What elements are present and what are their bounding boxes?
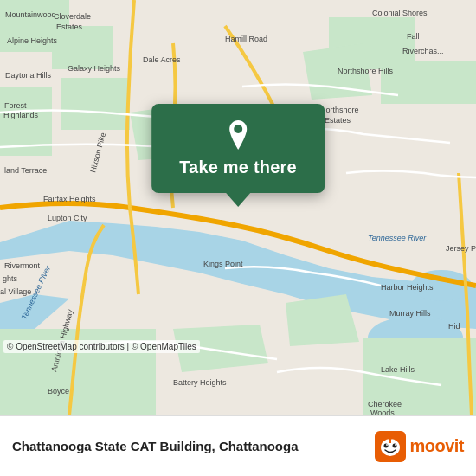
svg-text:Colonial Shores: Colonial Shores [372, 9, 428, 17]
svg-text:Hamill Road: Hamill Road [225, 35, 267, 43]
svg-text:Jersey Pike: Jersey Pike [446, 244, 476, 253]
svg-point-56 [384, 443, 389, 447]
svg-text:Kings Point: Kings Point [203, 260, 243, 268]
svg-point-61 [389, 436, 392, 440]
svg-text:Galaxy Heights: Galaxy Heights [68, 64, 121, 73]
svg-point-57 [393, 443, 397, 447]
svg-text:Woods: Woods [370, 408, 395, 415]
svg-text:Boyce: Boyce [48, 387, 69, 396]
svg-text:Fall: Fall [407, 32, 420, 41]
svg-text:Northshore Hills: Northshore Hills [338, 67, 394, 75]
svg-point-53 [234, 125, 242, 133]
svg-text:Highlands: Highlands [3, 111, 39, 119]
moovit-logo: moovit [375, 431, 464, 462]
svg-text:Tennessee River: Tennessee River [368, 234, 427, 242]
popup-tail [226, 193, 250, 207]
svg-text:Riverchas...: Riverchas... [402, 47, 444, 55]
location-pin-icon [222, 119, 254, 151]
svg-text:Mountainwood: Mountainwood [5, 10, 56, 19]
svg-text:Alpine Heights: Alpine Heights [7, 36, 58, 45]
svg-text:Dale Acres: Dale Acres [143, 55, 181, 64]
popup[interactable]: Take me there [151, 104, 325, 207]
map-container[interactable]: Mountainwood Alpine Heights Cloverdale E… [0, 0, 476, 415]
svg-text:Lake Hills: Lake Hills [381, 365, 415, 374]
svg-text:Lupton City: Lupton City [48, 214, 87, 222]
svg-text:Forest: Forest [4, 101, 27, 110]
svg-text:Rivermont: Rivermont [4, 261, 41, 270]
svg-text:Northshore: Northshore [320, 106, 359, 114]
svg-point-58 [387, 444, 389, 446]
svg-point-59 [396, 444, 397, 446]
svg-text:Estates: Estates [56, 23, 83, 31]
svg-text:land Terrace: land Terrace [4, 166, 47, 175]
svg-text:Cloverdale: Cloverdale [54, 12, 91, 21]
svg-text:Daytona Hills: Daytona Hills [5, 71, 52, 80]
svg-rect-6 [52, 26, 113, 69]
place-info: Chattanooga State CAT Building, Chattano… [12, 438, 364, 455]
map-attribution: © OpenStreetMap contributors | © OpenMap… [3, 340, 200, 353]
svg-text:Harbor Heights: Harbor Heights [381, 283, 434, 292]
app: Mountainwood Alpine Heights Cloverdale E… [0, 0, 476, 476]
svg-rect-8 [61, 78, 130, 130]
svg-rect-11 [381, 61, 476, 104]
popup-label: Take me there [179, 158, 297, 177]
svg-text:al Village: al Village [0, 287, 31, 296]
popup-box[interactable]: Take me there [151, 104, 325, 193]
svg-text:Cherokee: Cherokee [368, 400, 402, 408]
svg-text:ghts: ghts [3, 274, 18, 283]
svg-text:Murray Hills: Murray Hills [389, 309, 431, 318]
svg-text:Fairfax Heights: Fairfax Heights [43, 195, 96, 203]
place-name: Chattanooga State CAT Building, Chattano… [12, 438, 364, 455]
svg-text:Estates: Estates [325, 116, 351, 125]
bottom-bar: Chattanooga State CAT Building, Chattano… [0, 415, 476, 476]
svg-marker-16 [286, 294, 359, 346]
svg-text:Hid: Hid [448, 322, 460, 331]
svg-text:Battery Heights: Battery Heights [173, 378, 227, 387]
moovit-text: moovit [409, 436, 464, 456]
